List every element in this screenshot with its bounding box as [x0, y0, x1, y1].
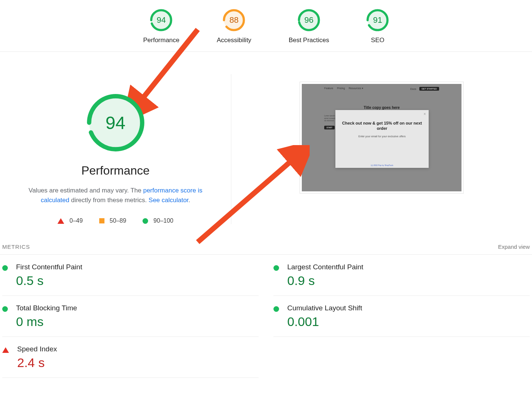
expand-view-button[interactable]: Expand view — [498, 244, 530, 250]
screenshot-popup: X Check out now & get 15% off on our nex… — [335, 110, 429, 168]
triangle-red-icon — [2, 347, 9, 353]
score-value: 96 — [304, 15, 313, 25]
score-value: 91 — [373, 15, 382, 25]
metric-fcp[interactable]: First Contentful Paint 0.5 s — [2, 255, 259, 296]
score-accessibility[interactable]: 88 Accessibility — [217, 9, 251, 44]
metric-name: Total Blocking Time — [16, 304, 77, 312]
popup-headline: Check out now & get 15% off on our next … — [342, 120, 422, 131]
metric-value: 0.9 s — [287, 273, 363, 288]
score-label: SEO — [371, 37, 384, 44]
metric-name: Speed Index — [17, 345, 57, 353]
legend-good: 90–100 — [143, 217, 173, 224]
popup-close-icon: X — [424, 112, 426, 116]
legend-poor: 0–49 — [57, 217, 83, 224]
metric-cls[interactable]: Cumulative Layout Shift 0.001 — [273, 296, 530, 337]
metric-value: 0.001 — [287, 314, 362, 329]
legend-average: 50–89 — [99, 217, 126, 224]
metric-value: 2.4 s — [17, 355, 57, 370]
gauge-large-performance: 94 — [86, 93, 145, 153]
triangle-red-icon — [57, 218, 64, 224]
metric-name: Cumulative Layout Shift — [287, 304, 362, 312]
nav-item: Feature — [324, 87, 333, 91]
score-summary-row: 94 Performance 88 Accessibility 96 Best … — [0, 0, 532, 52]
desc-text: . — [188, 197, 190, 204]
square-orange-icon — [99, 218, 104, 223]
score-value: 94 — [106, 113, 125, 133]
gauge-best-practices: 96 — [298, 9, 320, 31]
screenshot-hero-title: Title copy goes here — [302, 106, 461, 110]
score-label: Accessibility — [217, 37, 251, 44]
gauge-seo: 91 — [366, 9, 389, 31]
screenshot-content: Feature Pricing Resources ▾ Docs GET STA… — [302, 84, 461, 191]
circle-green-icon — [273, 306, 279, 312]
metric-value: 0.5 s — [16, 273, 82, 288]
score-value: 88 — [229, 15, 238, 25]
circle-green-icon — [273, 265, 279, 271]
legend-range: 0–49 — [69, 217, 83, 224]
metrics-title: METRICS — [2, 244, 30, 250]
score-value: 94 — [157, 15, 166, 25]
desc-text: directly from these metrics. — [69, 197, 149, 204]
legend-range: 90–100 — [153, 217, 173, 224]
score-best-practices[interactable]: 96 Best Practices — [289, 9, 329, 44]
circle-green-icon — [143, 218, 148, 224]
score-performance[interactable]: 94 Performance — [143, 9, 179, 44]
score-legend: 0–49 50–89 90–100 — [57, 217, 173, 224]
gauge-performance: 94 — [150, 9, 172, 31]
score-label: Performance — [143, 37, 179, 44]
screenshot-column: Feature Pricing Resources ▾ Docs GET STA… — [246, 74, 517, 224]
metric-name: First Contentful Paint — [16, 263, 82, 271]
metrics-header: METRICS Expand view — [0, 239, 532, 254]
page-screenshot[interactable]: Feature Pricing Resources ▾ Docs GET STA… — [300, 82, 464, 194]
score-seo[interactable]: 91 SEO — [366, 9, 389, 44]
performance-title: Performance — [81, 164, 150, 178]
performance-summary: 94 Performance Values are estimated and … — [15, 74, 231, 224]
circle-green-icon — [2, 265, 8, 271]
metric-speed-index[interactable]: Speed Index 2.4 s — [2, 337, 259, 378]
metric-value: 0 ms — [16, 314, 77, 329]
nav-item: Pricing — [337, 87, 345, 91]
legend-range: 50–89 — [110, 217, 126, 224]
metric-tbt[interactable]: Total Blocking Time 0 ms — [2, 296, 259, 337]
nav-item: Resources ▾ — [349, 87, 363, 91]
metrics-grid: First Contentful Paint 0.5 s Largest Con… — [0, 254, 532, 378]
desc-text: Values are estimated and may vary. The — [29, 187, 143, 194]
metric-lcp[interactable]: Largest Contentful Paint 0.9 s — [273, 255, 530, 296]
gauge-accessibility: 88 — [223, 9, 245, 31]
performance-detail: 94 Performance Values are estimated and … — [0, 52, 532, 239]
circle-green-icon — [2, 306, 8, 312]
popup-subtext: Enter your email for your exclusive offe… — [342, 135, 422, 138]
score-label: Best Practices — [289, 37, 329, 44]
popup-footer: (c) 2022 Pop by ShopTools — [335, 164, 429, 166]
screenshot-start-btn: START — [324, 126, 335, 129]
metric-name: Largest Contentful Paint — [287, 263, 363, 271]
screenshot-nav: Feature Pricing Resources ▾ Docs GET STA… — [302, 87, 461, 91]
nav-item: Docs — [410, 88, 416, 90]
performance-description: Values are estimated and may vary. The p… — [19, 186, 213, 205]
see-calculator-link[interactable]: See calculator — [148, 197, 188, 204]
nav-cta: GET STARTED — [419, 87, 439, 91]
